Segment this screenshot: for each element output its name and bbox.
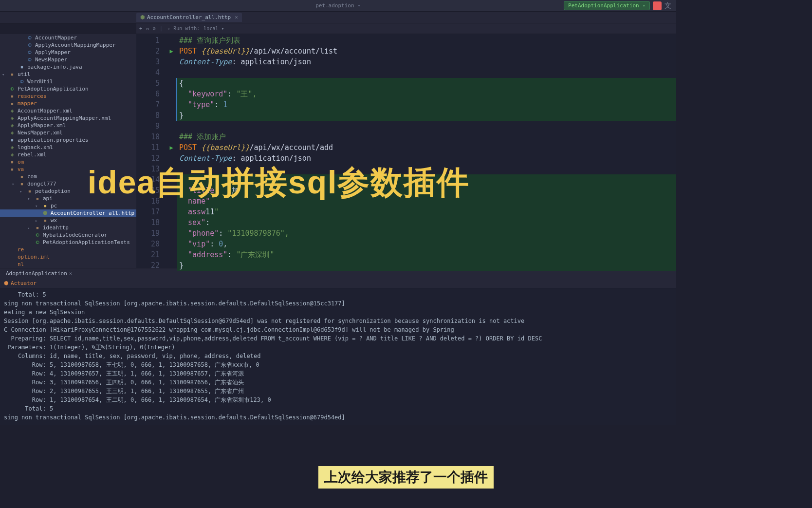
tree-item[interactable]: ©PetAdoptionApplicationTests: [0, 239, 136, 246]
run-config-selector[interactable]: PetAdoptionApplication ▾: [564, 1, 650, 10]
tree-icon: ▪: [9, 137, 16, 143]
tree-item[interactable]: re: [0, 246, 136, 253]
tree-icon: ▪: [34, 225, 41, 231]
tree-icon: ◈: [9, 122, 16, 129]
video-title-overlay: idea自动拼接sql参数插件: [88, 161, 470, 205]
tree-item[interactable]: ◈rebel.xml: [0, 151, 136, 158]
tree-item[interactable]: ▾▪util: [0, 71, 136, 78]
tool-icon[interactable]: ⚙: [153, 26, 156, 31]
tree-item[interactable]: ▪mapper: [0, 100, 136, 107]
env-selector[interactable]: local ▾: [203, 26, 224, 31]
stop-button[interactable]: [653, 1, 662, 10]
code-area[interactable]: ### 查询账户列表POST {{baseUrl}}/api/wx/accoun…: [177, 34, 676, 268]
tree-icon: ©: [34, 232, 41, 238]
tree-item[interactable]: ©AccountMapper: [0, 34, 136, 41]
tree-icon: ▪: [9, 71, 16, 77]
tree-icon: ▪: [9, 100, 16, 107]
tree-icon: ◈: [9, 144, 16, 151]
tree-icon: ▪: [42, 203, 49, 209]
tree-icon: ▪: [34, 195, 41, 202]
sync-icon[interactable]: ↻: [146, 26, 149, 31]
tree-icon: ©: [34, 239, 41, 245]
http-file-icon: ⬢: [140, 14, 145, 20]
tree-item[interactable]: ©NewsMapper: [0, 56, 136, 63]
tree-icon: ◈: [9, 108, 16, 114]
code-editor[interactable]: 12345678910111213141516171819202122 ▶▶ #…: [136, 34, 676, 268]
tree-icon: ▪: [18, 173, 25, 180]
http-toolbar: + ↻ ⚙ | → Run with: local ▾: [136, 23, 676, 34]
tree-icon: ▪: [9, 93, 16, 99]
tree-icon: ▪: [9, 166, 16, 172]
add-icon[interactable]: +: [139, 26, 142, 31]
editor-tabs: ⬢ AccountController_all.http ×: [0, 12, 676, 23]
tree-item[interactable]: ⬢AccountController_all.http: [0, 209, 136, 217]
tree-item[interactable]: ◈NewsMapper.xml: [0, 129, 136, 136]
project-name[interactable]: pet-adoption ▾: [315, 2, 361, 9]
tree-icon: ©: [26, 42, 33, 48]
tree-icon: ©: [26, 49, 33, 56]
tree-item[interactable]: ▸▪ideahttp: [0, 224, 136, 231]
tree-item[interactable]: ▪package-info.java: [0, 63, 136, 71]
tree-icon: ▪: [42, 217, 49, 224]
titlebar: pet-adoption ▾ PetAdoptionApplication ▾ …: [0, 0, 676, 12]
tree-icon: ⬢: [42, 210, 49, 216]
go-icon[interactable]: →: [166, 26, 169, 31]
tree-icon: ©: [26, 35, 33, 41]
run-request-icon[interactable]: ▶: [169, 46, 173, 56]
tree-item[interactable]: ▸▪wx: [0, 217, 136, 224]
tree-item[interactable]: ◈AccountMapper.xml: [0, 107, 136, 114]
tree-icon: ▪: [26, 188, 33, 194]
project-tree[interactable]: ©AccountMapper©ApplyAccountMappingMapper…: [0, 34, 136, 268]
close-tab-icon[interactable]: ×: [235, 14, 238, 20]
tree-icon: ▪: [18, 64, 25, 70]
tree-icon: ◈: [9, 115, 16, 121]
tree-item[interactable]: nl: [0, 261, 136, 268]
tree-item[interactable]: ©WordUtil: [0, 78, 136, 85]
file-tab-active[interactable]: ⬢ AccountController_all.http ×: [136, 13, 242, 22]
run-with-label: Run with:: [173, 26, 200, 31]
tree-item[interactable]: ▪resources: [0, 93, 136, 100]
tree-item[interactable]: option.iml: [0, 253, 136, 261]
actuator-icon: ⬢: [4, 280, 9, 286]
run-gutter[interactable]: ▶▶: [166, 34, 177, 268]
actuator-row[interactable]: ⬢ Actuator: [0, 279, 676, 288]
tree-icon: ▪: [18, 181, 25, 187]
tree-item[interactable]: ©MybatisCodeGenerator: [0, 231, 136, 239]
tree-item[interactable]: ◈ApplyAccountMappingMapper.xml: [0, 114, 136, 122]
console-output[interactable]: Total: 5 sing non transactional SqlSessi…: [0, 288, 676, 425]
tree-item[interactable]: ©ApplyMapper: [0, 49, 136, 56]
tree-item[interactable]: ▪application.properties: [0, 136, 136, 144]
tree-item[interactable]: ◈ApplyMapper.xml: [0, 122, 136, 129]
language-icon[interactable]: 文: [664, 1, 671, 10]
run-request-icon[interactable]: ▶: [169, 142, 173, 153]
tree-icon: ©: [18, 78, 25, 85]
tree-icon: ◈: [9, 151, 16, 158]
close-icon[interactable]: ×: [69, 270, 73, 277]
tree-icon: ◈: [9, 130, 16, 136]
tree-item[interactable]: ©PetAdoptionApplication: [0, 85, 136, 93]
tree-icon: ▪: [9, 159, 16, 165]
tree-icon: ©: [26, 56, 33, 63]
tree-icon: ©: [9, 86, 16, 92]
tree-item[interactable]: ◈logback.xml: [0, 144, 136, 151]
line-gutter: 12345678910111213141516171819202122: [136, 34, 166, 268]
tree-item[interactable]: ©ApplyAccountMappingMapper: [0, 41, 136, 49]
run-tab[interactable]: AdoptionApplication ×: [2, 269, 76, 278]
